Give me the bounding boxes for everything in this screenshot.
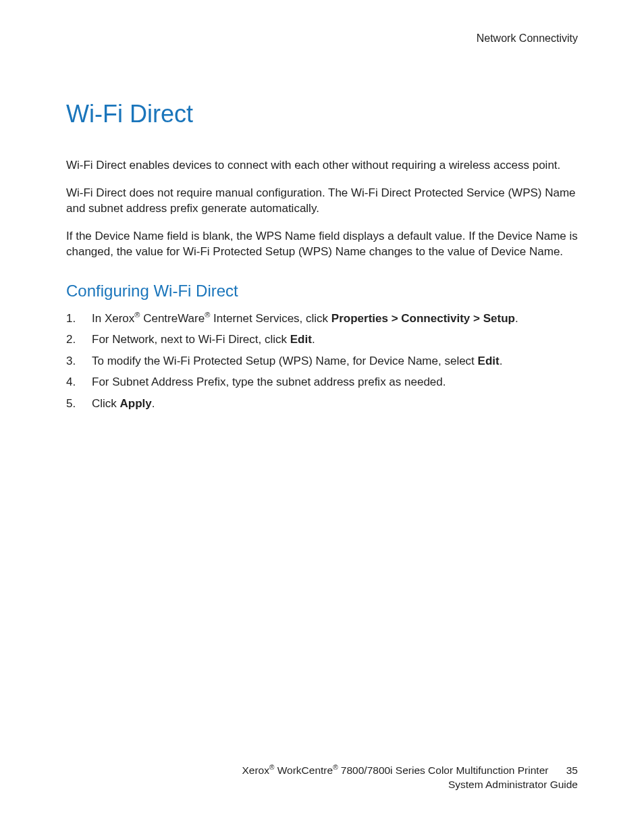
step-bold: Edit	[290, 333, 312, 346]
step-text: To modify the Wi-Fi Protected Setup (WPS…	[92, 355, 478, 367]
steps-list: In Xerox® CentreWare® Internet Services,…	[66, 310, 578, 413]
step-text: For Network, next to Wi-Fi Direct, click	[92, 333, 290, 346]
step-5: Click Apply.	[66, 395, 578, 413]
step-bold: Properties > Connectivity > Setup	[331, 312, 515, 325]
step-bold: Edit	[478, 355, 500, 367]
step-text: For Subnet Address Prefix, type the subn…	[92, 375, 446, 388]
step-text: .	[152, 397, 155, 410]
step-text: Click	[92, 397, 120, 410]
registered-mark: ®	[333, 764, 338, 771]
step-4: For Subnet Address Prefix, type the subn…	[66, 373, 578, 391]
chapter-header: Network Connectivity	[477, 32, 578, 45]
step-text: .	[500, 355, 503, 367]
page-number: 35	[566, 764, 578, 778]
intro-paragraph-3: If the Device Name field is blank, the W…	[66, 229, 578, 260]
intro-paragraph-1: Wi-Fi Direct enables devices to connect …	[66, 158, 578, 174]
step-text: Internet Services, click	[210, 312, 331, 325]
step-text: .	[515, 312, 518, 325]
step-1: In Xerox® CentreWare® Internet Services,…	[66, 310, 578, 328]
section-heading: Configuring Wi-Fi Direct	[66, 282, 578, 301]
footer-brand: Xerox	[242, 764, 269, 776]
step-text: .	[312, 333, 315, 346]
footer-line-2: System Administrator Guide	[242, 778, 578, 792]
intro-paragraph-2: Wi-Fi Direct does not require manual con…	[66, 186, 578, 217]
step-bold: Apply	[120, 397, 152, 410]
step-text: CentreWare	[140, 312, 205, 325]
step-2: For Network, next to Wi-Fi Direct, click…	[66, 331, 578, 348]
step-3: To modify the Wi-Fi Protected Setup (WPS…	[66, 353, 578, 370]
footer-text: 7800/7800i Series Color Multifunction Pr…	[338, 764, 549, 776]
page: Network Connectivity Wi-Fi Direct Wi-Fi …	[0, 0, 644, 834]
footer-brand: WorkCentre	[274, 764, 333, 776]
page-title: Wi-Fi Direct	[66, 100, 578, 128]
step-text: In Xerox	[92, 312, 134, 325]
footer-line-1: Xerox® WorkCentre® 7800/7800i Series Col…	[242, 764, 548, 778]
page-footer: Xerox® WorkCentre® 7800/7800i Series Col…	[242, 764, 578, 792]
